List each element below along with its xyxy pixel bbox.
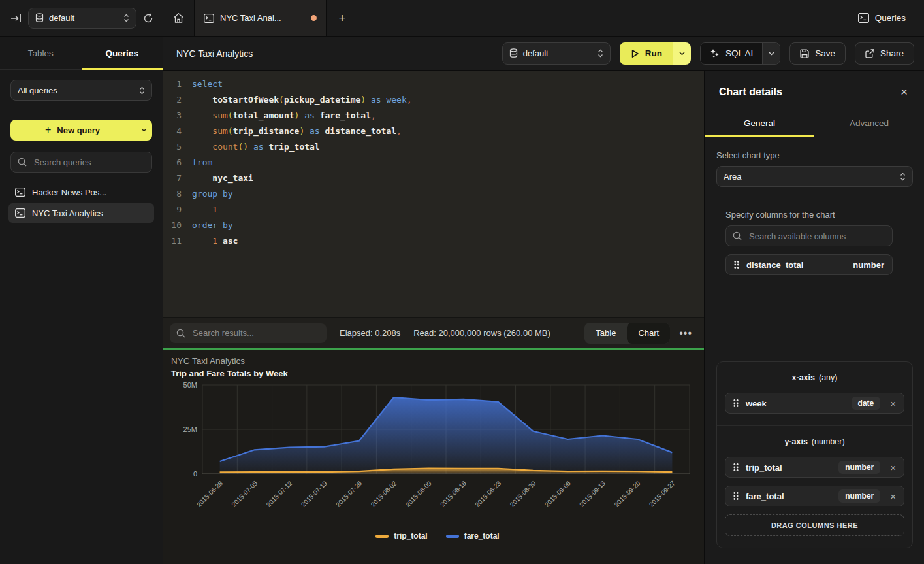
- query-list-item[interactable]: NYC Taxi Analytics: [8, 203, 154, 223]
- remove-column-icon[interactable]: ×: [890, 491, 896, 501]
- updown-chevron-icon: [139, 86, 145, 95]
- sql-ai-dropdown[interactable]: [762, 43, 780, 64]
- code-lines: 1select2 toStartOfWeek(pickup_datetime) …: [163, 76, 704, 249]
- legend-item-fare_total[interactable]: fare_total: [446, 531, 500, 540]
- sql-ai-main[interactable]: SQL AI: [701, 43, 762, 64]
- play-icon: [631, 49, 639, 58]
- save-button[interactable]: Save: [789, 42, 846, 65]
- column-chip-fare_total[interactable]: fare_totalnumber×: [725, 486, 904, 506]
- collapse-sidebar-icon[interactable]: [10, 14, 22, 23]
- column-name: distance_total: [746, 260, 803, 270]
- sql-ai-label: SQL AI: [725, 48, 753, 58]
- svg-text:2015-07-19: 2015-07-19: [300, 479, 328, 508]
- share-button[interactable]: Share: [855, 42, 914, 65]
- view-toggle-table[interactable]: Table: [584, 323, 627, 344]
- column-search[interactable]: [725, 225, 893, 246]
- share-label: Share: [880, 48, 904, 58]
- topbar-database-selector[interactable]: default: [28, 8, 136, 29]
- updown-chevron-icon: [123, 14, 129, 22]
- new-query-dropdown[interactable]: [135, 120, 152, 141]
- axes-box: x-axis(any) weekdate× y-axis(number) tri…: [716, 361, 913, 548]
- chart-details-body: Select chart type Area Specify columns f…: [705, 137, 924, 564]
- results-search-input[interactable]: [191, 327, 320, 339]
- indent-guide: [197, 202, 197, 218]
- save-label: Save: [815, 48, 835, 58]
- tab-nyc-taxi-analytics[interactable]: NYC Taxi Anal...: [195, 0, 327, 36]
- run-button-main[interactable]: Run: [620, 42, 673, 65]
- indent-guide: [197, 171, 197, 186]
- home-tab[interactable]: [163, 0, 195, 36]
- results-search[interactable]: [170, 323, 327, 343]
- close-icon[interactable]: ×: [900, 86, 908, 98]
- drag-handle-icon[interactable]: [733, 399, 739, 407]
- code-text: count() as trip_total: [192, 139, 320, 155]
- code-line: 6from: [163, 155, 704, 171]
- drop-zone[interactable]: DRAG COLUMNS HERE: [725, 514, 904, 536]
- available-columns: distance_totalnumber: [725, 254, 893, 275]
- sql-editor[interactable]: 1select2 toStartOfWeek(pickup_datetime) …: [163, 71, 704, 317]
- column-type-badge: date: [852, 397, 881, 410]
- section-divider: [716, 199, 913, 199]
- query-list: Hacker News Pos...NYC Taxi Analytics: [0, 181, 163, 224]
- database-icon: [509, 48, 518, 58]
- run-label: Run: [645, 48, 662, 58]
- sidebar: Tables Queries All queries + New query H…: [0, 37, 163, 564]
- new-query-button[interactable]: + New query: [10, 120, 152, 141]
- new-query-main[interactable]: + New query: [10, 120, 135, 141]
- svg-text:0: 0: [193, 470, 197, 478]
- run-button[interactable]: Run: [620, 42, 691, 65]
- remove-column-icon[interactable]: ×: [890, 463, 896, 473]
- tab-general[interactable]: General: [705, 110, 814, 137]
- legend-item-trip_total[interactable]: trip_total: [375, 531, 427, 540]
- code-text: nyc_taxi: [192, 171, 253, 186]
- legend-swatch: [375, 535, 389, 538]
- refresh-icon[interactable]: [143, 13, 153, 24]
- chart-type-select[interactable]: Area: [716, 166, 913, 187]
- column-chip-distance_total[interactable]: distance_totalnumber: [725, 254, 893, 275]
- sidebar-search[interactable]: [10, 152, 152, 173]
- column-chip-week[interactable]: weekdate×: [725, 393, 904, 414]
- tab-advanced[interactable]: Advanced: [814, 110, 924, 137]
- queries-label: Queries: [875, 13, 906, 23]
- updown-chevron-icon: [900, 173, 906, 181]
- query-list-item[interactable]: Hacker News Pos...: [8, 182, 154, 202]
- sidebar-tab-queries[interactable]: Queries: [82, 37, 163, 69]
- column-search-input[interactable]: [748, 231, 885, 242]
- sidebar-search-input[interactable]: [33, 157, 145, 168]
- code-text: order by: [192, 218, 233, 233]
- drag-handle-icon[interactable]: [734, 261, 739, 269]
- run-dropdown[interactable]: [673, 42, 691, 65]
- line-number: 5: [163, 139, 182, 155]
- search-icon: [733, 231, 742, 241]
- new-tab-button[interactable]: +: [327, 0, 358, 36]
- query-filter-select[interactable]: All queries: [10, 80, 152, 101]
- code-line: 11 1 asc: [163, 233, 704, 249]
- line-number: 4: [163, 124, 182, 139]
- y-axis-chips: trip_totalnumber×fare_totalnumber×: [725, 457, 904, 506]
- code-line: 3 sum(total_amount) as fare_total,: [163, 108, 704, 124]
- sql-ai-button[interactable]: SQL AI: [700, 42, 780, 65]
- drag-handle-icon[interactable]: [733, 492, 739, 500]
- legend-label: fare_total: [464, 531, 500, 540]
- chart-details-header: Chart details ×: [705, 71, 924, 110]
- svg-text:2015-07-26: 2015-07-26: [334, 479, 363, 508]
- queries-button[interactable]: Queries: [858, 0, 924, 36]
- column-name: week: [746, 399, 767, 408]
- search-icon: [176, 329, 185, 338]
- code-line: 10order by: [163, 218, 704, 233]
- sidebar-tab-tables[interactable]: Tables: [0, 37, 82, 69]
- x-axis-title: x-axis(any): [725, 369, 904, 385]
- code-text: toStartOfWeek(pickup_datetime) as week,: [192, 92, 412, 108]
- toolbar-database-selector[interactable]: default: [502, 42, 611, 65]
- rows-read: Read: 20,000,000 rows (260.00 MB): [413, 328, 550, 338]
- x-axis-section: x-axis(any) weekdate×: [717, 362, 912, 425]
- chart-panel: NYC Taxi Analytics Trip and Fare Totals …: [163, 350, 704, 564]
- code-text: 1: [192, 202, 217, 218]
- remove-column-icon[interactable]: ×: [890, 399, 896, 408]
- svg-text:2015-08-09: 2015-08-09: [404, 479, 433, 508]
- drag-handle-icon[interactable]: [733, 463, 739, 471]
- column-chip-trip_total[interactable]: trip_totalnumber×: [725, 457, 904, 478]
- code-line: 2 toStartOfWeek(pickup_datetime) as week…: [163, 92, 704, 108]
- view-toggle-chart[interactable]: Chart: [627, 323, 670, 344]
- more-options-icon[interactable]: •••: [678, 327, 693, 339]
